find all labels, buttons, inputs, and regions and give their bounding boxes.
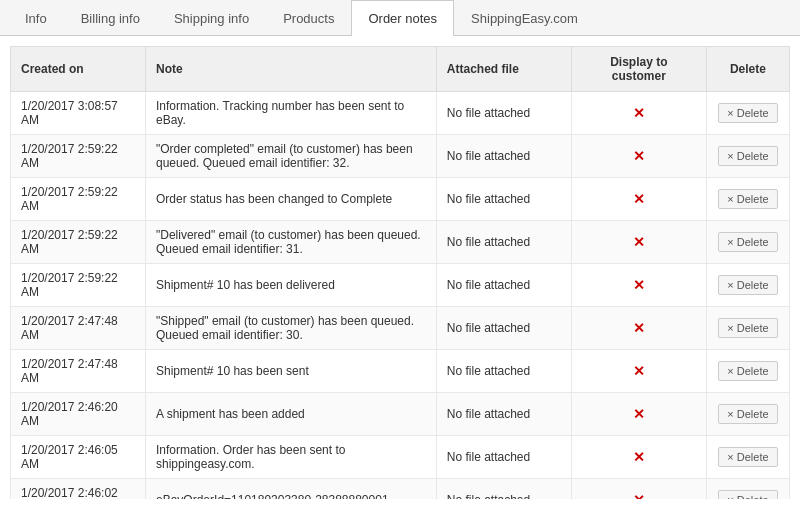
cell-delete: × Delete (706, 264, 789, 307)
cell-delete: × Delete (706, 92, 789, 135)
cell-note: "Order completed" email (to customer) ha… (146, 135, 437, 178)
cell-created-on: 1/20/2017 2:59:22 AM (11, 264, 146, 307)
header-attached-file: Attached file (436, 47, 571, 92)
tab-shippingeasy[interactable]: ShippingEasy.com (454, 0, 595, 36)
cell-display-to-customer: ✕ (571, 178, 706, 221)
cell-display-to-customer: ✕ (571, 264, 706, 307)
tab-info[interactable]: Info (8, 0, 64, 36)
table-row: 1/20/2017 2:47:48 AMShipment# 10 has bee… (11, 350, 790, 393)
cell-delete: × Delete (706, 393, 789, 436)
cell-created-on: 1/20/2017 2:59:22 AM (11, 221, 146, 264)
cell-delete: × Delete (706, 135, 789, 178)
cell-created-on: 1/20/2017 2:47:48 AM (11, 350, 146, 393)
header-delete: Delete (706, 47, 789, 92)
order-notes-table: Created on Note Attached file Display to… (10, 46, 790, 499)
cell-attached-file: No file attached (436, 264, 571, 307)
cell-created-on: 1/20/2017 2:46:20 AM (11, 393, 146, 436)
cell-created-on: 1/20/2017 2:59:22 AM (11, 135, 146, 178)
display-x-icon: ✕ (633, 363, 645, 379)
cell-note: Information. Order has been sent to ship… (146, 436, 437, 479)
table-row: 1/20/2017 2:46:02 AMeBayOrderId=11018920… (11, 479, 790, 500)
cell-delete: × Delete (706, 307, 789, 350)
cell-note: Shipment# 10 has been delivered (146, 264, 437, 307)
cell-delete: × Delete (706, 178, 789, 221)
cell-display-to-customer: ✕ (571, 92, 706, 135)
cell-delete: × Delete (706, 479, 789, 500)
cell-display-to-customer: ✕ (571, 436, 706, 479)
cell-attached-file: No file attached (436, 135, 571, 178)
delete-button[interactable]: × Delete (718, 404, 777, 424)
cell-display-to-customer: ✕ (571, 307, 706, 350)
table-row: 1/20/2017 2:59:22 AM"Delivered" email (t… (11, 221, 790, 264)
delete-button[interactable]: × Delete (718, 103, 777, 123)
table-row: 1/20/2017 2:59:22 AMOrder status has bee… (11, 178, 790, 221)
cell-note: A shipment has been added (146, 393, 437, 436)
table-row: 1/20/2017 3:08:57 AMInformation. Trackin… (11, 92, 790, 135)
cell-note: "Delivered" email (to customer) has been… (146, 221, 437, 264)
delete-button[interactable]: × Delete (718, 318, 777, 338)
cell-attached-file: No file attached (436, 479, 571, 500)
cell-display-to-customer: ✕ (571, 479, 706, 500)
cell-note: Shipment# 10 has been sent (146, 350, 437, 393)
cell-display-to-customer: ✕ (571, 221, 706, 264)
header-created-on: Created on (11, 47, 146, 92)
display-x-icon: ✕ (633, 148, 645, 164)
order-notes-table-container: Created on Note Attached file Display to… (0, 36, 800, 499)
cell-display-to-customer: ✕ (571, 350, 706, 393)
cell-note: eBayOrderId=110189203380-28388880001 (146, 479, 437, 500)
cell-created-on: 1/20/2017 2:46:02 AM (11, 479, 146, 500)
display-x-icon: ✕ (633, 191, 645, 207)
cell-display-to-customer: ✕ (571, 393, 706, 436)
display-x-icon: ✕ (633, 277, 645, 293)
display-x-icon: ✕ (633, 406, 645, 422)
delete-button[interactable]: × Delete (718, 232, 777, 252)
delete-button[interactable]: × Delete (718, 490, 777, 499)
tab-order-notes[interactable]: Order notes (351, 0, 454, 36)
table-row: 1/20/2017 2:46:05 AMInformation. Order h… (11, 436, 790, 479)
delete-button[interactable]: × Delete (718, 361, 777, 381)
cell-delete: × Delete (706, 350, 789, 393)
cell-created-on: 1/20/2017 2:46:05 AM (11, 436, 146, 479)
cell-attached-file: No file attached (436, 92, 571, 135)
delete-button[interactable]: × Delete (718, 189, 777, 209)
cell-attached-file: No file attached (436, 307, 571, 350)
cell-note: Information. Tracking number has been se… (146, 92, 437, 135)
display-x-icon: ✕ (633, 449, 645, 465)
tab-bar: Info Billing info Shipping info Products… (0, 0, 800, 36)
header-display-to-customer: Display to customer (571, 47, 706, 92)
display-x-icon: ✕ (633, 320, 645, 336)
cell-delete: × Delete (706, 436, 789, 479)
cell-attached-file: No file attached (436, 178, 571, 221)
delete-button[interactable]: × Delete (718, 275, 777, 295)
table-row: 1/20/2017 2:59:22 AM"Order completed" em… (11, 135, 790, 178)
header-note: Note (146, 47, 437, 92)
table-row: 1/20/2017 2:47:48 AM"Shipped" email (to … (11, 307, 790, 350)
display-x-icon: ✕ (633, 234, 645, 250)
table-header-row: Created on Note Attached file Display to… (11, 47, 790, 92)
cell-attached-file: No file attached (436, 350, 571, 393)
cell-attached-file: No file attached (436, 436, 571, 479)
cell-note: "Shipped" email (to customer) has been q… (146, 307, 437, 350)
tab-products[interactable]: Products (266, 0, 351, 36)
table-row: 1/20/2017 2:59:22 AMShipment# 10 has bee… (11, 264, 790, 307)
cell-created-on: 1/20/2017 2:47:48 AM (11, 307, 146, 350)
tab-shipping-info[interactable]: Shipping info (157, 0, 266, 36)
cell-created-on: 1/20/2017 2:59:22 AM (11, 178, 146, 221)
delete-button[interactable]: × Delete (718, 146, 777, 166)
cell-attached-file: No file attached (436, 221, 571, 264)
cell-created-on: 1/20/2017 3:08:57 AM (11, 92, 146, 135)
cell-display-to-customer: ✕ (571, 135, 706, 178)
cell-note: Order status has been changed to Complet… (146, 178, 437, 221)
display-x-icon: ✕ (633, 105, 645, 121)
cell-attached-file: No file attached (436, 393, 571, 436)
table-row: 1/20/2017 2:46:20 AMA shipment has been … (11, 393, 790, 436)
cell-delete: × Delete (706, 221, 789, 264)
delete-button[interactable]: × Delete (718, 447, 777, 467)
tab-billing-info[interactable]: Billing info (64, 0, 157, 36)
display-x-icon: ✕ (633, 492, 645, 499)
